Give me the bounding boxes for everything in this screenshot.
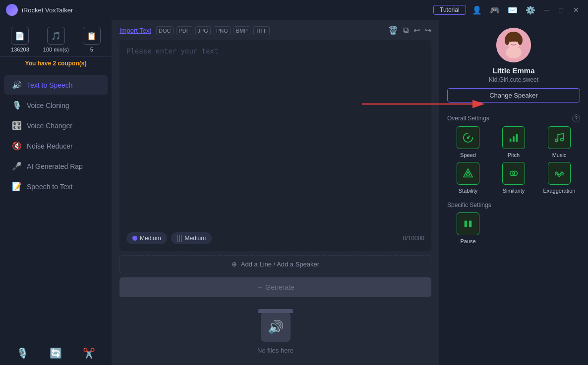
pitch-bar-icon: ||| (177, 234, 182, 242)
stat-characters: 📄 136203 (11, 27, 29, 52)
stat-minutes: 🎵 100 min(s) (43, 27, 69, 52)
maximize-button[interactable]: □ (556, 5, 566, 15)
sidebar-item-noise-reducer[interactable]: 🔇 Noise Reducer (4, 136, 108, 156)
sidebar: 📄 136203 🎵 100 min(s) 📋 5 You have 2 cou… (0, 20, 112, 365)
jpg-icon[interactable]: JPG (195, 26, 211, 35)
pause-setting[interactable]: Pause (447, 212, 489, 244)
similarity-icon-box (502, 162, 525, 185)
png-icon[interactable]: PNG (214, 26, 231, 35)
similarity-svg (508, 168, 519, 179)
stability-setting-label: Stability (459, 188, 478, 194)
stability-setting[interactable]: Stability (447, 162, 489, 194)
files-value: 5 (90, 47, 93, 52)
sidebar-stats: 📄 136203 🎵 100 min(s) 📋 5 (0, 20, 112, 57)
svg-rect-11 (516, 134, 518, 142)
user-icon[interactable]: 👤 (470, 4, 484, 16)
svg-point-7 (518, 35, 523, 45)
characters-icon: 📄 (11, 27, 29, 45)
exaggeration-setting[interactable]: Exaggeration (538, 162, 580, 194)
empty-files-icon: 🔊 (261, 312, 291, 342)
minutes-value: 100 min(s) (43, 47, 69, 52)
voice-cloning-icon: 🎙️ (12, 101, 22, 110)
specific-settings-title: Specific Settings (447, 202, 580, 209)
svg-point-2 (506, 47, 522, 58)
svg-point-13 (561, 138, 564, 141)
speed-dot (132, 236, 137, 241)
add-line-label: Add a Line / Add a Speaker (241, 261, 319, 268)
minimize-button[interactable]: ─ (541, 5, 552, 15)
tiff-icon[interactable]: TIFF (253, 26, 270, 35)
text-to-speech-label: Text to Speech (27, 81, 73, 89)
import-text-link[interactable]: Import Text (119, 27, 151, 34)
avatar-image (496, 28, 531, 62)
generate-button[interactable]: → Generate (119, 277, 431, 297)
speech-to-text-icon: 📝 (12, 182, 22, 191)
minutes-icon: 🎵 (47, 27, 65, 45)
music-icon-box (548, 126, 571, 149)
music-setting-label: Music (552, 152, 567, 158)
sidebar-item-ai-rap[interactable]: 🎤 AI Generated Rap (4, 156, 108, 176)
speed-badge[interactable]: Medium (126, 232, 167, 244)
stability-icon-box (457, 162, 479, 185)
voice-cloning-label: Voice Cloning (27, 102, 69, 109)
sidebar-item-voice-changer[interactable]: 🎛️ Voice Changer (4, 116, 108, 135)
speaker-tags: Kid,Girl,cute,sweet (489, 76, 538, 83)
toolbar-actions: 🗑️ ⧉ ↩ ↪ (388, 26, 431, 35)
ai-rap-icon: 🎤 (12, 161, 22, 171)
svg-rect-17 (469, 221, 472, 227)
refresh-icon[interactable]: 🔄 (50, 347, 62, 359)
no-files-area: 🔊 No files here (119, 297, 431, 359)
medium-badges: Medium ||| Medium (126, 232, 212, 244)
tutorial-button[interactable]: Tutorial (433, 5, 466, 15)
music-setting[interactable]: Music (538, 126, 580, 158)
bmp-icon[interactable]: BMP (234, 26, 250, 35)
overall-settings-grid: Speed Pitch (447, 126, 580, 194)
voice-changer-label: Voice Changer (27, 122, 72, 130)
sidebar-item-text-to-speech[interactable]: 🔊 Text to Speech (4, 75, 108, 95)
add-line-button[interactable]: ⊕ Add a Line / Add a Speaker (119, 255, 431, 273)
add-line-plus-icon: ⊕ (232, 261, 237, 268)
pitch-badge-label: Medium (185, 235, 206, 242)
speaker-avatar (496, 28, 531, 62)
speed-setting[interactable]: Speed (447, 126, 489, 158)
no-files-text: No files here (257, 347, 294, 354)
sidebar-item-voice-cloning[interactable]: 🎙️ Voice Cloning (4, 96, 108, 115)
mail-icon[interactable]: ✉️ (506, 4, 520, 16)
sidebar-item-speech-to-text[interactable]: 📝 Speech to Text (4, 177, 108, 196)
text-to-speech-icon: 🔊 (12, 80, 22, 90)
sidebar-nav: 🔊 Text to Speech 🎙️ Voice Cloning 🎛️ Voi… (0, 70, 112, 341)
speed-icon-box (457, 126, 479, 149)
ai-rap-label: AI Generated Rap (27, 162, 83, 170)
scissors-icon[interactable]: ✂️ (83, 347, 95, 359)
pitch-setting-label: Pitch (508, 152, 520, 158)
svg-point-8 (468, 137, 469, 139)
change-speaker-button[interactable]: Change Speaker (447, 88, 580, 103)
controller-icon[interactable]: 🎮 (488, 4, 502, 16)
copy-action[interactable]: ⧉ (403, 26, 409, 35)
file-type-icons: DOC PDF JPG PNG BMP TIFF (156, 26, 270, 35)
pitch-svg (508, 132, 519, 143)
doc-icon[interactable]: DOC (156, 26, 173, 35)
similarity-setting[interactable]: Similarity (493, 162, 534, 194)
char-count: 0/10000 (403, 235, 424, 242)
delete-action[interactable]: 🗑️ (388, 26, 398, 35)
svg-rect-10 (513, 136, 515, 142)
similarity-setting-label: Similarity (503, 188, 525, 194)
settings-icon[interactable]: ⚙️ (524, 4, 537, 16)
pitch-setting[interactable]: Pitch (493, 126, 534, 158)
pitch-badge[interactable]: ||| Medium (171, 232, 212, 244)
microphone-icon[interactable]: 🎙️ (16, 347, 29, 359)
main-layout: 📄 136203 🎵 100 min(s) 📋 5 You have 2 cou… (0, 20, 588, 365)
redo-action[interactable]: ↪ (425, 26, 431, 35)
undo-action[interactable]: ↩ (413, 26, 420, 35)
voice-changer-icon: 🎛️ (12, 121, 22, 130)
text-editor[interactable] (126, 47, 424, 227)
help-icon[interactable]: ? (572, 114, 580, 122)
pause-icon-box (457, 212, 479, 235)
pause-setting-label: Pause (460, 238, 475, 244)
pdf-icon[interactable]: PDF (176, 26, 192, 35)
overall-settings-title: Overall Settings ? (447, 114, 580, 122)
noise-reducer-icon: 🔇 (12, 141, 22, 151)
svg-rect-16 (465, 221, 468, 227)
close-button[interactable]: ✕ (570, 5, 582, 15)
